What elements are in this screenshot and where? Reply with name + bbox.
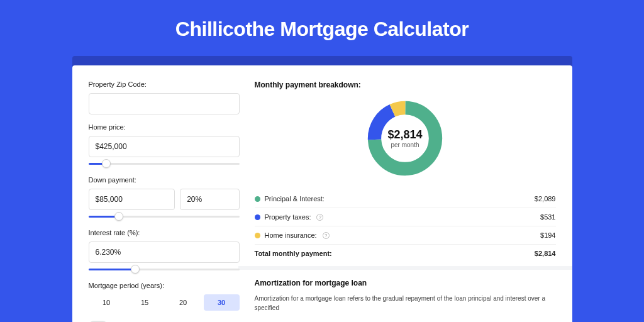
down-payment-pct-input[interactable] <box>180 189 239 210</box>
breakdown-column: Monthly payment breakdown: $2,814 per mo… <box>255 80 556 322</box>
calculator-card: Property Zip Code: Home price: Down paym… <box>72 65 572 322</box>
interest-input[interactable] <box>89 242 240 263</box>
total-label: Total monthly payment: <box>255 250 332 257</box>
legend-value: $194 <box>540 231 555 239</box>
period-option-15[interactable]: 15 <box>127 294 163 311</box>
amortization-title: Amortization for mortgage loan <box>255 279 556 287</box>
home-price-slider[interactable] <box>89 160 240 169</box>
period-option-30[interactable]: 30 <box>204 294 240 311</box>
donut-chart: $2,814 per month <box>365 98 445 179</box>
legend-dot <box>255 196 260 202</box>
donut-amount: $2,814 <box>387 128 422 142</box>
donut-chart-wrap: $2,814 per month <box>255 98 556 179</box>
down-payment-label: Down payment: <box>89 176 240 184</box>
legend-dot <box>255 233 260 238</box>
amortization-text: Amortization for a mortgage loan refers … <box>255 294 556 313</box>
legend-label: Principal & Interest: <box>265 195 325 203</box>
breakdown-title: Monthly payment breakdown: <box>255 80 556 89</box>
inputs-column: Property Zip Code: Home price: Down paym… <box>89 80 240 322</box>
home-price-input[interactable] <box>89 136 240 157</box>
period-label: Mortgage period (years): <box>89 282 240 289</box>
home-price-label: Home price: <box>89 123 240 131</box>
amortization-section: Amortization for mortgage loan Amortizat… <box>238 266 572 313</box>
total-value: $2,814 <box>535 250 556 257</box>
period-option-20[interactable]: 20 <box>165 294 201 311</box>
zip-input[interactable] <box>89 93 240 114</box>
legend-value: $2,089 <box>535 195 556 203</box>
page-title: Chillicothe Mortgage Calculator <box>0 0 644 56</box>
zip-label: Property Zip Code: <box>89 80 240 88</box>
legend-row: Property taxes:?$531 <box>255 208 556 226</box>
down-payment-input[interactable] <box>89 189 175 210</box>
legend-label: Property taxes: <box>265 213 311 221</box>
period-options: 10152030 <box>89 294 240 311</box>
donut-sub: per month <box>391 142 419 148</box>
legend-row: Home insurance:?$194 <box>255 226 556 245</box>
legend-dot <box>255 214 260 220</box>
legend-label: Home insurance: <box>265 231 317 239</box>
legend-value: $531 <box>540 213 555 221</box>
interest-slider[interactable] <box>89 265 240 274</box>
legend-row: Principal & Interest:$2,089 <box>255 190 556 208</box>
info-icon[interactable]: ? <box>323 232 330 239</box>
interest-label: Interest rate (%): <box>89 229 240 236</box>
period-option-10[interactable]: 10 <box>89 294 125 311</box>
down-payment-slider[interactable] <box>89 213 240 221</box>
info-icon[interactable]: ? <box>316 214 323 221</box>
